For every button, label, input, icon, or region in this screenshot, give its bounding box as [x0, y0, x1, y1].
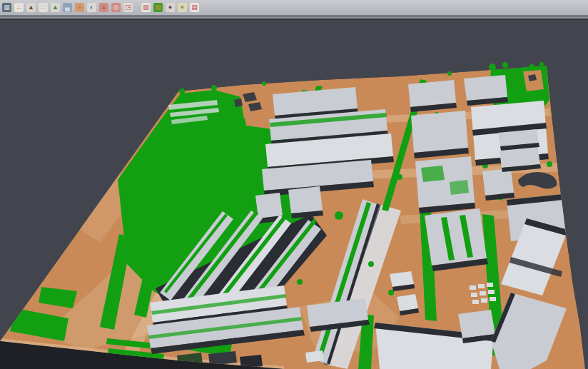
- texture-icon: ▨: [141, 3, 151, 12]
- mesh-icon: ▲: [26, 3, 36, 12]
- toolbar-separator: [135, 2, 139, 13]
- target-ring-icon: ◎: [111, 3, 121, 12]
- application-window: ▦ ∴ ▲ ∷ ▲ ▄ ■ ◐ ≡ ◎ ◳ ▨ ▧ ● × ▤: [0, 0, 588, 369]
- toolbar-button-ortho[interactable]: ■: [74, 2, 85, 13]
- clip-box-icon: ×: [178, 3, 187, 12]
- toolbar-divider: [0, 19, 588, 20]
- toolbar-button-vertices[interactable]: ∷: [38, 2, 49, 13]
- terrain-icon: ▲: [51, 3, 60, 12]
- toolbar-button-layers[interactable]: ≡: [98, 2, 109, 13]
- classification-icon: ▧: [153, 3, 163, 12]
- container-grid: [470, 283, 496, 304]
- toolbar-button-mesh[interactable]: ▲: [26, 2, 36, 13]
- toolbar-button-column[interactable]: ▄: [62, 2, 73, 13]
- ortho-tile-icon: ■: [75, 3, 84, 12]
- scatter-icon: ∴: [14, 3, 24, 12]
- toolbar-button-target[interactable]: ◎: [111, 2, 121, 13]
- toolbar-button-clip-box[interactable]: ×: [177, 2, 188, 13]
- toolbar-button-terrain[interactable]: ▲: [50, 2, 61, 13]
- scene-canvas[interactable]: [0, 20, 588, 369]
- sphere-icon: ●: [166, 3, 175, 12]
- select-region-icon: ◳: [123, 3, 133, 12]
- measure-icon: ▤: [190, 3, 199, 12]
- toolbar-button-point-cloud[interactable]: ▦: [1, 2, 12, 13]
- toolbar-button-measure[interactable]: ▤: [189, 2, 200, 13]
- toolbar-button-classification[interactable]: ▧: [153, 2, 163, 13]
- toolbar-button-sphere[interactable]: ●: [165, 2, 176, 13]
- column-icon: ▄: [63, 3, 72, 12]
- 3d-viewport[interactable]: [0, 20, 588, 369]
- vertices-icon: ∷: [39, 3, 48, 12]
- layers-icon: ≡: [99, 3, 108, 12]
- main-toolbar: ▦ ∴ ▲ ∷ ▲ ▄ ■ ◐ ≡ ◎ ◳ ▨ ▧ ● × ▤: [0, 0, 588, 16]
- point-cloud-icon: ▦: [2, 3, 11, 12]
- toolbar-button-texture[interactable]: ▨: [141, 2, 151, 13]
- globe-icon: ◐: [87, 3, 96, 12]
- terrain-mesh: [0, 66, 585, 369]
- toolbar-button-globe[interactable]: ◐: [86, 2, 97, 13]
- toolbar-button-select-region[interactable]: ◳: [123, 2, 133, 13]
- toolbar-button-scatter[interactable]: ∴: [14, 2, 24, 13]
